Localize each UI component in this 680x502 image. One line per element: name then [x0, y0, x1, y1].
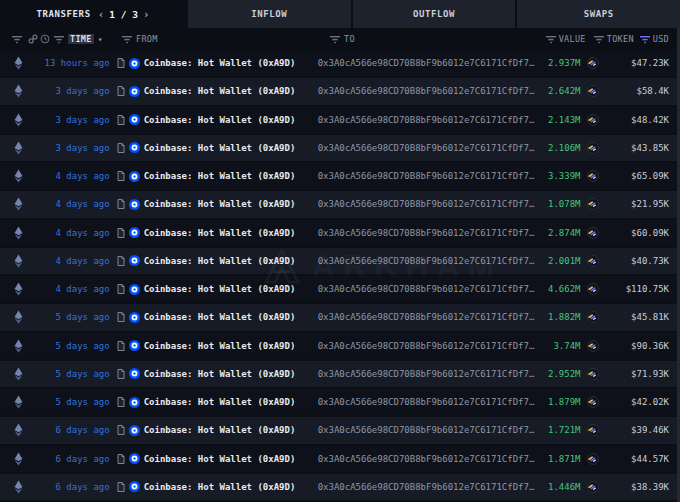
entity-label[interactable]: Coinbase: Hot Wallet (0xA9D) — [144, 482, 296, 492]
transfer-to-address[interactable]: 0x3A0cA566e98CD70B8bF9b6012e7C6171CfDf7… — [318, 228, 535, 238]
token-icon[interactable] — [581, 170, 606, 182]
entity-label[interactable]: Coinbase: Hot Wallet (0xA9D) — [144, 115, 296, 125]
filter-icon[interactable] — [594, 35, 604, 44]
table-row[interactable]: 3 days ago Coinbase: Hot Wallet (0xA9D) … — [0, 107, 680, 135]
transfer-time[interactable]: 5 days ago — [37, 341, 110, 351]
transfer-time[interactable]: 5 days ago — [37, 312, 110, 322]
table-row[interactable]: 4 days ago Coinbase: Hot Wallet (0xA9D) … — [0, 191, 680, 219]
token-icon[interactable] — [581, 340, 606, 352]
entity-label[interactable]: Coinbase: Hot Wallet (0xA9D) — [144, 454, 296, 464]
transfer-time[interactable]: 6 days ago — [37, 425, 110, 435]
table-row[interactable]: 6 days ago Coinbase: Hot Wallet (0xA9D) … — [0, 474, 680, 502]
transfer-to-address[interactable]: 0x3A0cA566e98CD70B8bF9b6012e7C6171CfDf7… — [318, 312, 535, 322]
header-time-label[interactable]: TIME — [68, 34, 94, 44]
header-from-label[interactable]: FROM — [136, 34, 158, 44]
token-icon[interactable] — [581, 198, 606, 210]
transfer-to-address[interactable]: 0x3A0cA566e98CD70B8bF9b6012e7C6171CfDf7… — [318, 143, 535, 153]
transfer-from[interactable]: Coinbase: Hot Wallet (0xA9D) — [110, 255, 318, 266]
entity-label[interactable]: Coinbase: Hot Wallet (0xA9D) — [144, 256, 296, 266]
link-icon[interactable] — [28, 34, 38, 44]
transfer-to-address[interactable]: 0x3A0cA566e98CD70B8bF9b6012e7C6171CfDf7… — [318, 284, 535, 294]
token-icon[interactable] — [581, 114, 606, 126]
transfer-time[interactable]: 13 hours ago — [37, 58, 110, 68]
transfer-from[interactable]: Coinbase: Hot Wallet (0xA9D) — [110, 368, 318, 379]
header-value-label[interactable]: VALUE — [559, 34, 586, 44]
transfer-from[interactable]: Coinbase: Hot Wallet (0xA9D) — [110, 58, 318, 69]
transfer-to-address[interactable]: 0x3A0cA566e98CD70B8bF9b6012e7C6171CfDf7… — [318, 256, 535, 266]
transfer-time[interactable]: 4 days ago — [37, 199, 110, 209]
copy-icon[interactable] — [117, 199, 125, 209]
copy-icon[interactable] — [117, 228, 125, 238]
token-icon[interactable] — [581, 424, 606, 436]
copy-icon[interactable] — [117, 341, 125, 351]
tab-outflow[interactable]: OUTFLOW — [351, 0, 516, 28]
transfer-time[interactable]: 3 days ago — [37, 86, 110, 96]
tab-transfers[interactable]: TRANSFERS ‹ 1 / 3 › — [0, 0, 186, 28]
clock-icon[interactable] — [40, 34, 50, 44]
transfer-to-address[interactable]: 0x3A0cA566e98CD70B8bF9b6012e7C6171CfDf7… — [318, 397, 535, 407]
transfer-to-address[interactable]: 0x3A0cA566e98CD70B8bF9b6012e7C6171CfDf7… — [318, 171, 535, 181]
entity-label[interactable]: Coinbase: Hot Wallet (0xA9D) — [144, 86, 296, 96]
filter-icon[interactable] — [54, 35, 64, 44]
transfer-to-address[interactable]: 0x3A0cA566e98CD70B8bF9b6012e7C6171CfDf7… — [318, 58, 535, 68]
header-value[interactable]: VALUE — [538, 34, 586, 44]
transfer-time[interactable]: 4 days ago — [37, 171, 110, 181]
transfer-from[interactable]: Coinbase: Hot Wallet (0xA9D) — [110, 340, 318, 351]
copy-icon[interactable] — [117, 454, 125, 464]
table-row[interactable]: 5 days ago Coinbase: Hot Wallet (0xA9D) … — [0, 389, 680, 417]
table-row[interactable]: 3 days ago Coinbase: Hot Wallet (0xA9D) … — [0, 78, 680, 106]
tab-inflow[interactable]: INFLOW — [186, 0, 351, 28]
copy-icon[interactable] — [117, 397, 125, 407]
transfer-from[interactable]: Coinbase: Hot Wallet (0xA9D) — [110, 481, 318, 492]
entity-label[interactable]: Coinbase: Hot Wallet (0xA9D) — [144, 143, 296, 153]
copy-icon[interactable] — [117, 58, 125, 68]
token-icon[interactable] — [581, 311, 606, 323]
filter-icon[interactable] — [330, 35, 340, 44]
transfer-from[interactable]: Coinbase: Hot Wallet (0xA9D) — [110, 114, 318, 125]
token-icon[interactable] — [581, 481, 606, 493]
token-icon[interactable] — [581, 283, 606, 295]
header-usd[interactable]: USD — [640, 34, 669, 44]
copy-icon[interactable] — [117, 115, 125, 125]
entity-label[interactable]: Coinbase: Hot Wallet (0xA9D) — [144, 199, 296, 209]
transfer-to-address[interactable]: 0x3A0cA566e98CD70B8bF9b6012e7C6171CfDf7… — [318, 115, 535, 125]
copy-icon[interactable] — [117, 284, 125, 294]
transfer-from[interactable]: Coinbase: Hot Wallet (0xA9D) — [110, 284, 318, 295]
transfer-time[interactable]: 3 days ago — [37, 115, 110, 125]
table-row[interactable]: 4 days ago Coinbase: Hot Wallet (0xA9D) … — [0, 248, 680, 276]
header-to[interactable]: TO — [330, 34, 538, 44]
transfer-to-address[interactable]: 0x3A0cA566e98CD70B8bF9b6012e7C6171CfDf7… — [318, 454, 535, 464]
page-next-icon[interactable]: › — [143, 9, 150, 20]
token-icon[interactable] — [581, 396, 606, 408]
token-icon[interactable] — [581, 227, 606, 239]
transfer-time[interactable]: 6 days ago — [37, 482, 110, 492]
table-row[interactable]: 5 days ago Coinbase: Hot Wallet (0xA9D) … — [0, 333, 680, 361]
transfer-to-address[interactable]: 0x3A0cA566e98CD70B8bF9b6012e7C6171CfDf7… — [318, 369, 535, 379]
filter-icon-active[interactable] — [640, 35, 650, 44]
token-icon[interactable] — [581, 85, 606, 97]
page-prev-icon[interactable]: ‹ — [98, 9, 105, 20]
entity-label[interactable]: Coinbase: Hot Wallet (0xA9D) — [144, 312, 296, 322]
transfer-time[interactable]: 4 days ago — [37, 256, 110, 266]
filter-icon[interactable] — [546, 35, 556, 44]
transfer-time[interactable]: 5 days ago — [37, 397, 110, 407]
transfer-to-address[interactable]: 0x3A0cA566e98CD70B8bF9b6012e7C6171CfDf7… — [318, 341, 535, 351]
entity-label[interactable]: Coinbase: Hot Wallet (0xA9D) — [144, 341, 296, 351]
entity-label[interactable]: Coinbase: Hot Wallet (0xA9D) — [144, 369, 296, 379]
token-icon[interactable] — [581, 453, 606, 465]
transfer-from[interactable]: Coinbase: Hot Wallet (0xA9D) — [110, 171, 318, 182]
header-from[interactable]: FROM — [114, 34, 330, 44]
transfer-to-address[interactable]: 0x3A0cA566e98CD70B8bF9b6012e7C6171CfDf7… — [318, 199, 535, 209]
transfer-from[interactable]: Coinbase: Hot Wallet (0xA9D) — [110, 227, 318, 238]
transfer-from[interactable]: Coinbase: Hot Wallet (0xA9D) — [110, 142, 318, 153]
transfer-to-address[interactable]: 0x3A0cA566e98CD70B8bF9b6012e7C6171CfDf7… — [318, 425, 535, 435]
copy-icon[interactable] — [117, 425, 125, 435]
entity-label[interactable]: Coinbase: Hot Wallet (0xA9D) — [144, 397, 296, 407]
transfer-from[interactable]: Coinbase: Hot Wallet (0xA9D) — [110, 86, 318, 97]
transfer-from[interactable]: Coinbase: Hot Wallet (0xA9D) — [110, 312, 318, 323]
filter-icon[interactable] — [12, 35, 22, 44]
tab-swaps[interactable]: SWAPS — [515, 0, 680, 28]
header-time[interactable]: TIME ▾ — [38, 34, 114, 44]
table-row[interactable]: 6 days ago Coinbase: Hot Wallet (0xA9D) … — [0, 417, 680, 445]
transfer-time[interactable]: 3 days ago — [37, 143, 110, 153]
